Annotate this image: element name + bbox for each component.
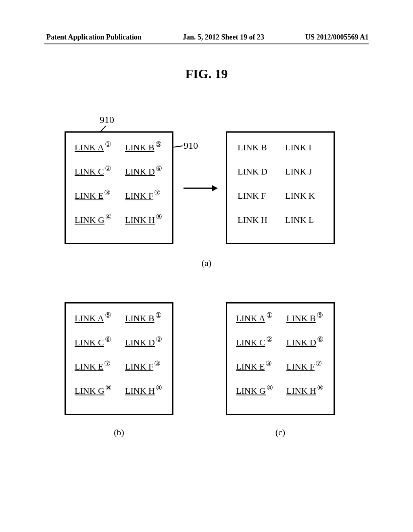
link-label: LINK J [285, 166, 312, 177]
link-item: LINK H [238, 215, 275, 231]
badge-icon: ① [105, 140, 111, 149]
panel-b: LINK A⑤ LINK B① LINK C⑥ LINK D② LINK E⑦ … [65, 302, 173, 415]
link-item: LINK B① [125, 313, 163, 329]
link-item: LINK B [238, 142, 275, 158]
link-item: LINK F [238, 191, 275, 207]
link-label: LINK E [236, 362, 265, 372]
link-item: LINK J [285, 166, 323, 183]
link-label: LINK F [238, 191, 266, 201]
header-rule [44, 44, 369, 44]
link-label: LINK D [238, 166, 267, 177]
link-item: LINK C② [75, 166, 113, 183]
badge-icon: ⑥ [317, 335, 323, 344]
link-item: LINK G④ [75, 215, 113, 231]
link-item: LINK G④ [236, 386, 274, 402]
link-item: LINK A① [75, 142, 113, 158]
link-item: LINK E③ [75, 191, 113, 207]
link-label: LINK B [125, 142, 154, 153]
link-label: LINK G [236, 386, 266, 396]
link-item: LINK C⑥ [75, 337, 113, 353]
badge-icon: ① [266, 311, 273, 320]
figure-title: FIG. 19 [0, 66, 413, 81]
link-label: LINK A [75, 142, 104, 153]
badge-icon: ⑦ [154, 188, 161, 197]
link-item: LINK F③ [125, 362, 163, 378]
badge-icon: ③ [154, 359, 161, 368]
link-label: LINK D [125, 166, 155, 177]
panel-c: LINK A① LINK B⑤ LINK C② LINK D⑥ LINK E③ … [226, 302, 335, 415]
link-label: LINK H [125, 386, 155, 396]
badge-icon: ② [105, 164, 111, 173]
badge-icon: ⑤ [317, 311, 323, 320]
link-label: LINK D [125, 337, 155, 348]
link-label: LINK G [75, 386, 104, 396]
link-label: LINK H [125, 215, 155, 225]
link-label: LINK K [285, 191, 315, 201]
link-label: LINK B [286, 313, 316, 324]
link-item: LINK I [285, 142, 323, 158]
link-label: LINK H [238, 215, 267, 225]
badge-icon: ⑦ [315, 359, 322, 368]
link-item: LINK F⑦ [286, 362, 325, 378]
sub-label-b: (b) [65, 427, 173, 438]
link-label: LINK C [75, 166, 104, 177]
link-item: LINK G⑧ [75, 386, 113, 402]
badge-icon: ④ [105, 212, 112, 221]
sub-label-c: (c) [226, 427, 335, 438]
link-label: LINK F [286, 362, 315, 372]
link-label: LINK F [125, 191, 153, 201]
link-label: LINK F [125, 362, 153, 372]
badge-icon: ⑦ [104, 359, 111, 368]
link-item: LINK B⑤ [286, 313, 325, 329]
link-label: LINK G [75, 215, 104, 225]
link-label: LINK E [75, 362, 103, 372]
link-item: LINK E⑦ [75, 362, 113, 378]
link-item: LINK B⑤ [125, 142, 163, 158]
link-item: LINK H④ [125, 386, 163, 402]
badge-icon: ⑧ [105, 383, 112, 392]
panel-a-right: LINK B LINK I LINK D LINK J LINK F LINK … [226, 131, 335, 244]
badge-icon: ⑧ [317, 383, 323, 392]
link-label: LINK D [286, 337, 316, 348]
link-item: LINK L [285, 215, 323, 231]
badge-icon: ② [156, 335, 162, 344]
link-label: LINK A [75, 313, 104, 324]
link-item: LINK A① [236, 313, 274, 329]
header-center: Jan. 5, 2012 Sheet 19 of 23 [183, 33, 264, 42]
badge-icon: ④ [156, 383, 162, 392]
badge-icon: ③ [265, 359, 272, 368]
link-item: LINK H⑧ [286, 386, 325, 402]
badge-icon: ④ [267, 383, 273, 392]
header-left: Patent Application Publication [46, 33, 142, 42]
callout-910-label-right: 910 [184, 140, 198, 151]
sub-label-a: (a) [0, 258, 413, 268]
link-item: LINK H⑧ [125, 215, 163, 231]
badge-icon: ⑥ [156, 164, 162, 173]
link-item: LINK F⑦ [125, 191, 163, 207]
badge-icon: ⑥ [105, 335, 111, 344]
badge-icon: ③ [104, 188, 111, 197]
badge-icon: ⑤ [155, 140, 162, 149]
panel-a-left: LINK A① LINK B⑤ LINK C② LINK D⑥ LINK E③ … [65, 131, 173, 244]
link-label: LINK A [236, 313, 265, 324]
link-item: LINK C② [236, 337, 274, 353]
link-label: LINK C [236, 337, 265, 348]
link-label: LINK I [285, 142, 311, 153]
header-right: US 2012/0005569 A1 [305, 33, 369, 42]
badge-icon: ① [155, 311, 162, 320]
page-header: Patent Application Publication Jan. 5, 2… [0, 33, 413, 42]
link-label: LINK B [125, 313, 154, 324]
link-item: LINK K [285, 191, 323, 207]
badge-icon: ② [266, 335, 273, 344]
callout-910-label-top: 910 [100, 114, 114, 125]
arrow-a [181, 183, 218, 193]
svg-marker-2 [212, 185, 218, 191]
badge-icon: ⑤ [105, 311, 111, 320]
link-item: LINK D⑥ [286, 337, 325, 353]
link-item: LINK D② [125, 337, 163, 353]
link-item: LINK D [238, 166, 275, 183]
badge-icon: ⑧ [156, 212, 162, 221]
link-item: LINK D⑥ [125, 166, 163, 183]
link-label: LINK C [75, 337, 104, 348]
link-item: LINK A⑤ [75, 313, 113, 329]
